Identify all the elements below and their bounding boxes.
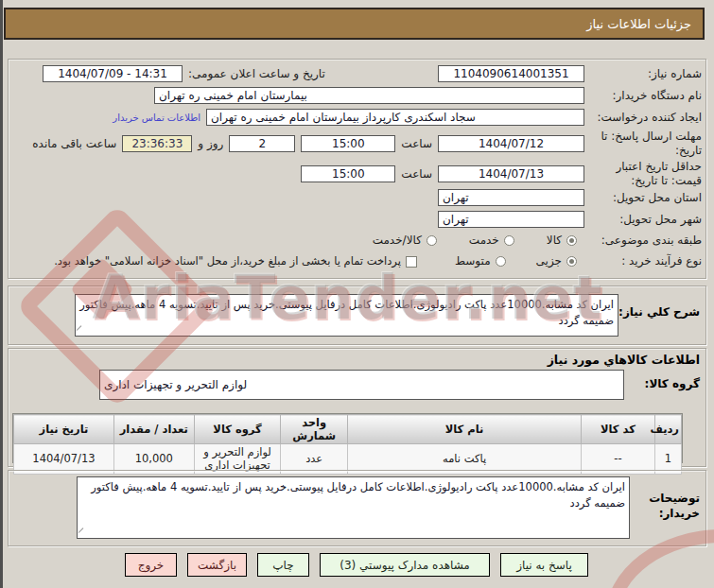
remaining-suffix-label: ساعت باقی مانده (32, 137, 116, 151)
description-text: ایران کد مشابه.10000عدد پاکت رادیولوژی.ا… (79, 298, 614, 327)
deadline-label: مهلت ارسال پاسخ: تا تاریخ: (590, 130, 702, 158)
col-qty: تعداد / مقدار (113, 415, 194, 444)
row-process-type: نوع فرآیند خرید : جزیی متوسط پرداخت تمام… (12, 254, 702, 268)
row-city: شهر محل تحویل: تهران (12, 211, 702, 228)
back-button[interactable]: بازگشت (187, 553, 247, 577)
deadline-date-field[interactable]: 1404/07/12 (438, 135, 584, 152)
row-creator: ایجاد کننده درخواست: سجاد اسکندری کارپرد… (12, 109, 702, 126)
radio-option-kala-khedmat[interactable]: کالا/خدمت (373, 233, 437, 248)
action-buttons: پاسخ به نیاز مشاهده مدارک پیوستي (3) چاپ… (125, 553, 588, 577)
description-textarea[interactable]: ایران کد مشابه.10000عدد پاکت رادیولوژی.ا… (75, 294, 618, 337)
need-number-field[interactable]: 1104090614001351 (438, 65, 584, 82)
need-number-label: شماره نیاز: (590, 67, 702, 81)
goods-group-label: گروه کالا: (645, 377, 700, 392)
buyer-org-label: نام دستگاه خریدار: (590, 89, 702, 103)
page-title: جزئیات اطلاعات نیاز (586, 17, 691, 31)
row-deadline: مهلت ارسال پاسخ: تا تاریخ: 1404/07/12 سا… (12, 130, 702, 158)
radio-icon[interactable] (566, 256, 577, 267)
titlebar: جزئیات اطلاعات نیاز (4, 8, 705, 40)
section-buyer-notes: توضیحات خریدار: ایران کد مشابه.10000عدد … (8, 470, 706, 546)
checkbox-icon[interactable] (406, 256, 417, 268)
exit-button[interactable]: خروج (125, 553, 177, 577)
goods-section-header: اطلاعات کالاهاي مورد نیاز (548, 353, 700, 367)
remaining-time-counter: 23:36:33 (122, 135, 192, 152)
goods-group-field[interactable]: لوازم التحریر و تجهیزات اداری (99, 370, 624, 400)
col-row-no: ردیف (654, 415, 681, 444)
col-need-date: تاریخ نیاز (14, 415, 114, 444)
buyer-contact-link[interactable]: اطلاعات تماس خریدار (113, 112, 200, 123)
buyer-notes-text: ایران کد مشابه.10000عدد پاکت رادیولوژی.ا… (91, 480, 625, 510)
row-classification: طبقه بندی موضوعی: کالا خدمت کالا/خدمت (12, 233, 702, 248)
buyer-notes-textarea[interactable]: ایران کد مشابه.10000عدد پاکت رادیولوژی.ا… (77, 476, 630, 539)
treasury-checkbox-label: پرداخت تمام یا بخشی از مبلغ خرید،از محل … (54, 254, 401, 268)
radio-icon[interactable] (504, 235, 514, 246)
creator-label: ایجاد کننده درخواست: (590, 111, 702, 125)
col-group: گروه کالا (194, 415, 281, 444)
section-goods: اطلاعات کالاهاي مورد نیاز گروه کالا: لوا… (8, 348, 706, 467)
validity-label: حداقل تاریخ اعتبار قیمت: تا تاریخ: (590, 160, 702, 188)
buyer-notes-label: توضیحات خریدار: (636, 492, 700, 521)
goods-table-header-row: ردیف کد کالا نام کالا واحد شمارش گروه کا… (14, 415, 682, 444)
col-name: نام کالا (348, 415, 582, 444)
goods-table: ردیف کد کالا نام کالا واحد شمارش گروه کا… (12, 413, 683, 463)
radio-icon[interactable] (496, 256, 506, 267)
radio-option-motevasset[interactable]: متوسط (455, 254, 506, 268)
radio-option-khedmat[interactable]: خدمت (469, 233, 514, 248)
process-type-label: نوع فرآیند خرید : (590, 254, 702, 268)
validity-time-field[interactable]: 15:00 (301, 165, 395, 182)
window-left-edge (0, 0, 3, 588)
row-buyer-org: نام دستگاه خریدار: بیمارستان امام خمینی … (12, 87, 702, 104)
announce-datetime-field[interactable]: 1404/07/09 - 14:31 (43, 65, 183, 82)
validity-hour-label: ساعت (401, 167, 432, 182)
province-label: استان محل تحویل: (590, 191, 702, 205)
classification-label: طبقه بندی موضوعی: (590, 233, 702, 248)
col-code: کد کالا (582, 415, 655, 444)
section-need-info: شماره نیاز: 1104090614001351 تاریخ و ساع… (8, 59, 706, 279)
radio-icon[interactable] (566, 235, 577, 246)
radio-option-kala[interactable]: کالا (547, 233, 577, 248)
description-label: شرح کلي نیاز: (618, 305, 700, 320)
view-attachments-button[interactable]: مشاهده مدارک پیوستي (3) (320, 553, 490, 577)
remaining-days-field[interactable]: 2 (229, 135, 295, 152)
announce-datetime-label: تاریخ و ساعت اعلان عمومی: (188, 67, 328, 81)
creator-field[interactable]: سجاد اسکندری کارپرداز بیمارستان امام خمی… (206, 109, 584, 126)
deadline-hour-label: ساعت (401, 137, 432, 151)
city-label: شهر محل تحویل: (590, 213, 702, 227)
section-description: شرح کلي نیاز: ایران کد مشابه.10000عدد پا… (8, 285, 706, 345)
print-button[interactable]: چاپ (257, 553, 309, 577)
days-conj-label: روز و (198, 137, 223, 151)
col-unit: واحد شمارش (281, 415, 348, 444)
city-field[interactable]: تهران (438, 211, 584, 228)
row-price-validity: حداقل تاریخ اعتبار قیمت: تا تاریخ: 1404/… (12, 160, 702, 188)
radio-icon[interactable] (427, 235, 437, 246)
buyer-org-field[interactable]: بیمارستان امام خمینی ره تهران (154, 87, 584, 104)
row-province: استان محل تحویل: تهران (12, 189, 702, 206)
validity-date-field[interactable]: 1404/07/13 (438, 165, 584, 182)
resize-handle-icon[interactable] (77, 325, 87, 336)
radio-option-jozii[interactable]: جزیی (536, 254, 577, 268)
respond-to-need-button[interactable]: پاسخ به نیاز (500, 553, 588, 577)
treasury-checkbox-option[interactable]: پرداخت تمام یا بخشی از مبلغ خرید،از محل … (12, 254, 417, 268)
province-field[interactable]: تهران (438, 189, 584, 206)
resize-handle-icon[interactable] (78, 527, 89, 538)
deadline-time-field[interactable]: 15:00 (301, 135, 395, 152)
row-need-number: شماره نیاز: 1104090614001351 تاریخ و ساع… (12, 65, 702, 82)
